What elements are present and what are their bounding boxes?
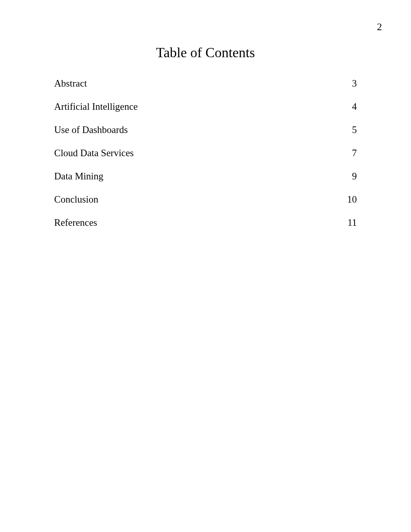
toc-entry: Cloud Data Services 7 bbox=[54, 148, 357, 159]
toc-title: Table of Contents bbox=[54, 44, 357, 61]
toc-entry: Artificial Intelligence 4 bbox=[54, 101, 357, 112]
toc-entry-label: Use of Dashboards bbox=[54, 124, 128, 135]
toc-entry-label: Artificial Intelligence bbox=[54, 101, 138, 112]
page-number: 2 bbox=[377, 21, 382, 33]
toc-entry-page: 5 bbox=[341, 124, 357, 135]
toc-entry-label: Data Mining bbox=[54, 171, 103, 182]
toc-entry: References 11 bbox=[54, 217, 357, 228]
toc-entry-label: Cloud Data Services bbox=[54, 148, 134, 159]
document-page: 2 Table of Contents Abstract 3 Artificia… bbox=[0, 0, 411, 532]
toc-entry: Conclusion 10 bbox=[54, 194, 357, 205]
table-of-contents: Abstract 3 Artificial Intelligence 4 Use… bbox=[54, 78, 357, 228]
toc-entry-label: Conclusion bbox=[54, 194, 98, 205]
toc-entry-page: 7 bbox=[341, 148, 357, 159]
toc-entry-page: 10 bbox=[341, 194, 357, 205]
toc-entry-page: 11 bbox=[341, 217, 357, 228]
toc-entry: Data Mining 9 bbox=[54, 171, 357, 182]
toc-entry: Use of Dashboards 5 bbox=[54, 124, 357, 135]
toc-entry: Abstract 3 bbox=[54, 78, 357, 89]
toc-entry-page: 3 bbox=[341, 78, 357, 89]
toc-entry-label: References bbox=[54, 217, 97, 228]
toc-entry-label: Abstract bbox=[54, 78, 87, 89]
toc-entry-page: 9 bbox=[341, 171, 357, 182]
toc-entry-page: 4 bbox=[341, 101, 357, 112]
